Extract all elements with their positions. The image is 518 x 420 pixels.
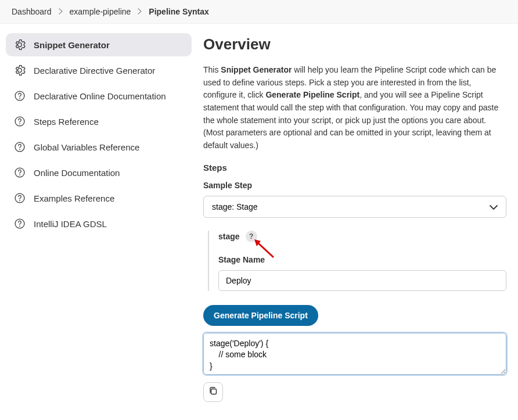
steps-heading: Steps: [203, 163, 506, 173]
svg-point-5: [19, 149, 20, 150]
help-icon: [14, 90, 26, 102]
sidebar-item-declarative-directive-generator[interactable]: Declarative Directive Generator: [6, 59, 192, 82]
svg-point-7: [19, 174, 20, 175]
generate-pipeline-script-button[interactable]: Generate Pipeline Script: [203, 305, 318, 326]
sidebar-item-global-variables-reference[interactable]: Global Variables Reference: [6, 135, 192, 159]
sidebar-item-declarative-online-documentation[interactable]: Declarative Online Documentation: [6, 84, 192, 107]
sidebar: Snippet GeneratorDeclarative Directive G…: [6, 33, 192, 414]
help-icon: [14, 167, 26, 178]
sidebar-item-snippet-generator[interactable]: Snippet Generator: [6, 33, 192, 56]
sidebar-item-label: IntelliJ IDEA GDSL: [34, 219, 107, 229]
sidebar-item-steps-reference[interactable]: Steps Reference: [6, 110, 192, 133]
help-icon: [14, 192, 26, 204]
main-content: Overview This Snippet Generator will hel…: [203, 33, 512, 414]
sidebar-item-label: Steps Reference: [34, 117, 99, 127]
svg-rect-14: [211, 389, 217, 394]
svg-point-11: [19, 225, 20, 227]
gear-icon: [14, 64, 26, 76]
stage-name-input[interactable]: [218, 270, 506, 291]
sidebar-item-label: Declarative Directive Generator: [34, 66, 155, 76]
help-icon: [14, 218, 26, 229]
pipeline-script-output[interactable]: [203, 333, 506, 375]
sidebar-item-label: Examples Reference: [34, 193, 114, 203]
help-icon: [14, 141, 26, 153]
chevron-down-icon: [490, 202, 498, 211]
breadcrumb-item-current[interactable]: Pipeline Syntax: [149, 7, 208, 16]
sample-step-label: Sample Step: [203, 181, 506, 190]
chevron-right-icon: [138, 7, 142, 16]
sidebar-item-label: Snippet Generator: [34, 40, 110, 50]
copy-icon: [208, 386, 218, 397]
svg-point-3: [19, 123, 20, 124]
copy-button[interactable]: [203, 382, 223, 402]
chevron-right-icon: [59, 7, 63, 16]
stage-name-label: Stage Name: [218, 255, 506, 264]
svg-point-9: [19, 200, 20, 201]
sidebar-item-label: Declarative Online Documentation: [34, 91, 166, 101]
sample-step-selected-value: stage: Stage: [212, 202, 258, 211]
overview-text: This Snippet Generator will help you lea…: [203, 64, 506, 152]
sample-step-select[interactable]: stage: Stage: [203, 196, 506, 218]
step-title: stage: [218, 232, 240, 241]
page-title: Overview: [203, 35, 506, 53]
sidebar-item-label: Global Variables Reference: [34, 142, 139, 152]
breadcrumb-item-pipeline[interactable]: example-pipeline: [70, 7, 131, 16]
svg-point-1: [19, 98, 20, 99]
step-config-panel: stage ? Stage Name: [208, 231, 506, 291]
help-icon: [14, 116, 26, 127]
breadcrumb: Dashboard example-pipeline Pipeline Synt…: [0, 0, 518, 24]
sidebar-item-intellij-idea-gdsl[interactable]: IntelliJ IDEA GDSL: [6, 212, 192, 235]
gear-icon: [14, 39, 26, 51]
sidebar-item-examples-reference[interactable]: Examples Reference: [6, 186, 192, 210]
sidebar-item-label: Online Documentation: [34, 168, 120, 178]
help-button[interactable]: ?: [246, 231, 257, 242]
breadcrumb-item-dashboard[interactable]: Dashboard: [12, 7, 52, 16]
sidebar-item-online-documentation[interactable]: Online Documentation: [6, 161, 192, 184]
